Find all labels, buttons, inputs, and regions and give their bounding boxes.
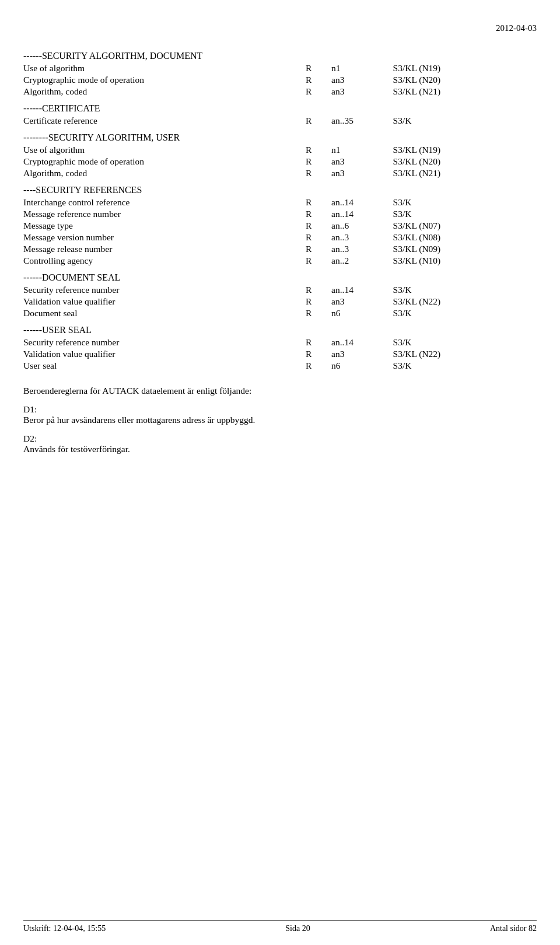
section-header-sec-algorithm-user: --------SECURITY ALGORITHM, USER <box>23 132 537 143</box>
row-codelist: S3/KL (N08) <box>393 232 537 243</box>
row-codelist: S3/KL (N22) <box>393 296 537 307</box>
table-row: Message reference numberRan..14S3/K <box>23 208 537 220</box>
table-row: Cryptographic mode of operationRan3S3/KL… <box>23 156 537 167</box>
row-r: R <box>306 337 331 348</box>
row-format: an..14 <box>331 337 393 348</box>
row-codelist: S3/K <box>393 208 537 220</box>
row-r: R <box>306 115 331 127</box>
table-row: Message typeRan..6S3/KL (N07) <box>23 220 537 232</box>
row-codelist: S3/K <box>393 197 537 208</box>
row-codelist: S3/KL (N10) <box>393 255 537 267</box>
row-label: Message reference number <box>23 208 306 220</box>
data-table-sec-references: Interchange control referenceRan..14S3/K… <box>23 197 537 267</box>
row-r: R <box>306 62 331 74</box>
row-r: R <box>306 243 331 255</box>
row-label: Interchange control reference <box>23 197 306 208</box>
row-label: Validation value qualifier <box>23 348 306 360</box>
note-text: Beror på hur avsändarens eller mottagare… <box>23 415 537 425</box>
row-format: an..3 <box>331 243 393 255</box>
row-label: Message type <box>23 220 306 232</box>
page-container: 2012-04-03 ------SECURITY ALGORITHM, DOC… <box>0 0 560 945</box>
main-content: ------SECURITY ALGORITHM, DOCUMENTUse of… <box>23 51 537 372</box>
row-format: n1 <box>331 144 393 156</box>
row-label: Message release number <box>23 243 306 255</box>
row-label: Security reference number <box>23 284 306 296</box>
row-label: Document seal <box>23 307 306 319</box>
row-r: R <box>306 220 331 232</box>
table-row: Interchange control referenceRan..14S3/K <box>23 197 537 208</box>
row-codelist: S3/K <box>393 284 537 296</box>
row-label: Validation value qualifier <box>23 296 306 307</box>
table-row: Use of algorithmRn1S3/KL (N19) <box>23 144 537 156</box>
row-codelist: S3/K <box>393 307 537 319</box>
row-format: an3 <box>331 156 393 167</box>
row-format: an3 <box>331 296 393 307</box>
row-format: an3 <box>331 74 393 86</box>
notes-intro: Beroendereglerna för AUTACK dataelement … <box>23 386 537 396</box>
footer: Utskrift: 12-04-04, 15:55 Sida 20 Antal … <box>23 920 537 933</box>
table-row: Message release numberRan..3S3/KL (N09) <box>23 243 537 255</box>
row-codelist: S3/KL (N21) <box>393 86 537 97</box>
row-codelist: S3/KL (N09) <box>393 243 537 255</box>
section-header-sec-user-seal: ------USER SEAL <box>23 325 537 335</box>
row-r: R <box>306 86 331 97</box>
row-r: R <box>306 167 331 179</box>
row-codelist: S3/KL (N21) <box>393 167 537 179</box>
row-format: an3 <box>331 167 393 179</box>
row-r: R <box>306 348 331 360</box>
row-r: R <box>306 144 331 156</box>
row-label: Algorithm, coded <box>23 167 306 179</box>
table-row: Cryptographic mode of operationRan3S3/KL… <box>23 74 537 86</box>
row-label: Use of algorithm <box>23 144 306 156</box>
table-row: Use of algorithmRn1S3/KL (N19) <box>23 62 537 74</box>
row-r: R <box>306 255 331 267</box>
row-format: n1 <box>331 62 393 74</box>
note-block: D1:Beror på hur avsändarens eller mottag… <box>23 404 537 425</box>
table-row: Validation value qualifierRan3S3/KL (N22… <box>23 348 537 360</box>
table-row: Controlling agencyRan..2S3/KL (N10) <box>23 255 537 267</box>
table-row: Security reference numberRan..14S3/K <box>23 284 537 296</box>
row-r: R <box>306 197 331 208</box>
notes-section: Beroendereglerna för AUTACK dataelement … <box>23 386 537 454</box>
row-format: an..14 <box>331 208 393 220</box>
row-r: R <box>306 208 331 220</box>
data-table-sec-document-seal: Security reference numberRan..14S3/KVali… <box>23 284 537 319</box>
footer-center: Sida 20 <box>285 924 310 933</box>
row-codelist: S3/KL (N20) <box>393 156 537 167</box>
row-format: an3 <box>331 86 393 97</box>
row-format: an..14 <box>331 197 393 208</box>
section-header-sec-certificate: ------CERTIFICATE <box>23 103 537 114</box>
note-block: D2:Används för testöverföringar. <box>23 433 537 454</box>
row-format: n6 <box>331 360 393 372</box>
row-label: User seal <box>23 360 306 372</box>
table-row: Document sealRn6S3/K <box>23 307 537 319</box>
row-label: Certificate reference <box>23 115 306 127</box>
note-label: D1: <box>23 404 537 415</box>
row-format: an3 <box>331 348 393 360</box>
section-header-sec-references: ----SECURITY REFERENCES <box>23 185 537 195</box>
row-format: an..14 <box>331 284 393 296</box>
row-label: Controlling agency <box>23 255 306 267</box>
table-row: User sealRn6S3/K <box>23 360 537 372</box>
table-row: Certificate referenceRan..35S3/K <box>23 115 537 127</box>
row-label: Use of algorithm <box>23 62 306 74</box>
note-text: Används för testöverföringar. <box>23 444 537 454</box>
row-label: Security reference number <box>23 337 306 348</box>
row-codelist: S3/KL (N19) <box>393 144 537 156</box>
row-r: R <box>306 74 331 86</box>
row-codelist: S3/KL (N22) <box>393 348 537 360</box>
table-row: Algorithm, codedRan3S3/KL (N21) <box>23 167 537 179</box>
row-r: R <box>306 360 331 372</box>
row-r: R <box>306 232 331 243</box>
row-codelist: S3/KL (N20) <box>393 74 537 86</box>
note-label: D2: <box>23 433 537 444</box>
header-date: 2012-04-03 <box>23 23 537 33</box>
footer-left: Utskrift: 12-04-04, 15:55 <box>23 924 106 933</box>
table-row: Message version numberRan..3S3/KL (N08) <box>23 232 537 243</box>
row-label: Message version number <box>23 232 306 243</box>
row-r: R <box>306 156 331 167</box>
row-format: an..2 <box>331 255 393 267</box>
section-header-sec-algorithm-doc: ------SECURITY ALGORITHM, DOCUMENT <box>23 51 537 61</box>
row-codelist: S3/K <box>393 337 537 348</box>
section-header-sec-document-seal: ------DOCUMENT SEAL <box>23 272 537 283</box>
